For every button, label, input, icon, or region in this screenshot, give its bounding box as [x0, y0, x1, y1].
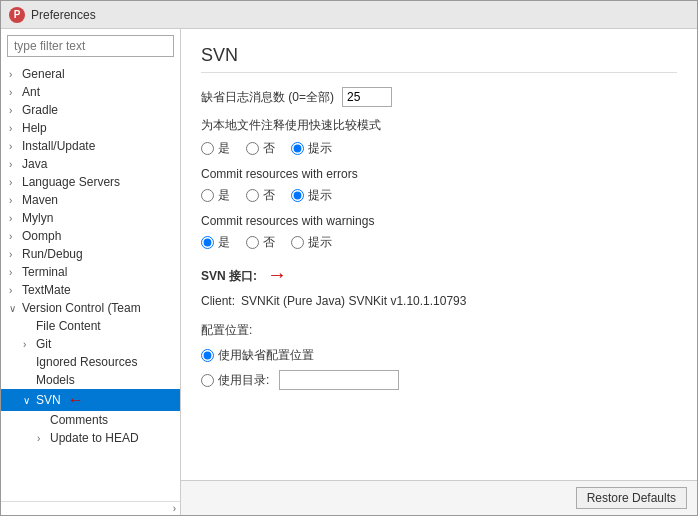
sidebar-item-install-update[interactable]: › Install/Update: [1, 137, 180, 155]
arrow-icon: ›: [9, 69, 19, 80]
config-location-label: 配置位置:: [201, 322, 677, 339]
sidebar-item-help[interactable]: › Help: [1, 119, 180, 137]
sidebar-item-textmate[interactable]: › TextMate: [1, 281, 180, 299]
page-title: SVN: [201, 45, 677, 73]
expand-icon: ∨: [9, 303, 19, 314]
log-message-row: 缺省日志消息数 (0=全部): [201, 87, 677, 107]
expand-icon: ∨: [23, 395, 33, 406]
scroll-right-icon[interactable]: ›: [173, 503, 176, 514]
sidebar-item-gradle[interactable]: › Gradle: [1, 101, 180, 119]
commit-warnings-label: Commit resources with warnings: [201, 214, 677, 228]
sidebar-item-comments[interactable]: Comments: [1, 411, 180, 429]
commit-errors-option-yes[interactable]: 是: [201, 187, 230, 204]
log-message-label: 缺省日志消息数 (0=全部): [201, 89, 334, 106]
client-value: SVNKit (Pure Java) SVNKit v1.10.1.10793: [241, 294, 466, 308]
arrow-icon: ›: [9, 195, 19, 206]
window-title: Preferences: [31, 8, 96, 22]
preferences-window: P Preferences › General › Ant › Gradle: [0, 0, 698, 516]
commit-errors-option-hint[interactable]: 提示: [291, 187, 332, 204]
sidebar-item-update-to-head[interactable]: › Update to HEAD: [1, 429, 180, 447]
arrow-icon: ›: [9, 177, 19, 188]
quick-diff-label: 为本地文件注释使用快速比较模式: [201, 117, 677, 134]
main-panel: SVN 缺省日志消息数 (0=全部) 为本地文件注释使用快速比较模式 是 否: [181, 29, 697, 515]
arrow-icon: ›: [23, 339, 33, 350]
sidebar-item-file-content[interactable]: File Content: [1, 317, 180, 335]
arrow-icon: ›: [9, 285, 19, 296]
arrow-icon: ›: [9, 87, 19, 98]
commit-errors-radio-group: 是 否 提示: [201, 187, 677, 204]
sidebar-item-models[interactable]: Models: [1, 371, 180, 389]
filter-input[interactable]: [7, 35, 174, 57]
config-section: 配置位置: 使用缺省配置位置 使用目录:: [201, 322, 677, 390]
sidebar: › General › Ant › Gradle › Help › Inst: [1, 29, 181, 515]
sidebar-item-ant[interactable]: › Ant: [1, 83, 180, 101]
arrow-icon: ›: [9, 249, 19, 260]
arrow-icon: ›: [9, 141, 19, 152]
footer: Restore Defaults: [181, 480, 697, 515]
commit-warnings-option-yes[interactable]: 是: [201, 234, 230, 251]
commit-warnings-option-hint[interactable]: 提示: [291, 234, 332, 251]
quick-diff-option-hint[interactable]: 提示: [291, 140, 332, 157]
sidebar-item-svn[interactable]: ∨ SVN ←: [1, 389, 180, 411]
quick-diff-option-no[interactable]: 否: [246, 140, 275, 157]
sidebar-item-java[interactable]: › Java: [1, 155, 180, 173]
sidebar-item-run-debug[interactable]: › Run/Debug: [1, 245, 180, 263]
quick-diff-radio-group: 是 否 提示: [201, 140, 677, 157]
svn-interface-label: SVN 接口:: [201, 268, 257, 285]
client-row: Client: SVNKit (Pure Java) SVNKit v1.10.…: [201, 294, 677, 308]
main-content-area: › General › Ant › Gradle › Help › Inst: [1, 29, 697, 515]
sidebar-item-language-servers[interactable]: › Language Servers: [1, 173, 180, 191]
arrow-icon: ›: [9, 123, 19, 134]
arrow-icon: ›: [9, 213, 19, 224]
sidebar-item-maven[interactable]: › Maven: [1, 191, 180, 209]
sidebar-item-git[interactable]: › Git: [1, 335, 180, 353]
arrow-icon: ›: [9, 105, 19, 116]
config-radio-group: 使用缺省配置位置 使用目录:: [201, 347, 677, 390]
tree: › General › Ant › Gradle › Help › Inst: [1, 63, 180, 501]
client-label: Client:: [201, 294, 235, 308]
arrow-icon: ›: [9, 159, 19, 170]
red-arrow-annotation: ←: [267, 265, 287, 288]
sidebar-item-version-control[interactable]: ∨ Version Control (Team: [1, 299, 180, 317]
arrow-icon: ›: [37, 433, 47, 444]
sidebar-item-mylyn[interactable]: › Mylyn: [1, 209, 180, 227]
arrow-icon: ›: [9, 231, 19, 242]
commit-errors-label: Commit resources with errors: [201, 167, 677, 181]
commit-warnings-radio-group: 是 否 提示: [201, 234, 677, 251]
svn-interface-section: SVN 接口: ← Client: SVNKit (Pure Java) SVN…: [201, 265, 677, 308]
arrow-icon: ›: [9, 267, 19, 278]
restore-defaults-button[interactable]: Restore Defaults: [576, 487, 687, 509]
title-bar: P Preferences: [1, 1, 697, 29]
window-icon-letter: P: [14, 9, 21, 20]
log-message-input[interactable]: [342, 87, 392, 107]
config-option-default[interactable]: 使用缺省配置位置: [201, 347, 677, 364]
commit-warnings-option-no[interactable]: 否: [246, 234, 275, 251]
sidebar-item-ignored-resources[interactable]: Ignored Resources: [1, 353, 180, 371]
sidebar-scrollbar[interactable]: ›: [1, 501, 180, 515]
sidebar-item-terminal[interactable]: › Terminal: [1, 263, 180, 281]
main-form: SVN 缺省日志消息数 (0=全部) 为本地文件注释使用快速比较模式 是 否: [181, 29, 697, 480]
red-arrow-icon: ←: [68, 391, 84, 409]
sidebar-item-general[interactable]: › General: [1, 65, 180, 83]
sidebar-item-oomph[interactable]: › Oomph: [1, 227, 180, 245]
config-option-dir[interactable]: 使用目录:: [201, 370, 677, 390]
config-dir-input[interactable]: [279, 370, 399, 390]
window-icon: P: [9, 7, 25, 23]
quick-diff-option-yes[interactable]: 是: [201, 140, 230, 157]
commit-errors-option-no[interactable]: 否: [246, 187, 275, 204]
